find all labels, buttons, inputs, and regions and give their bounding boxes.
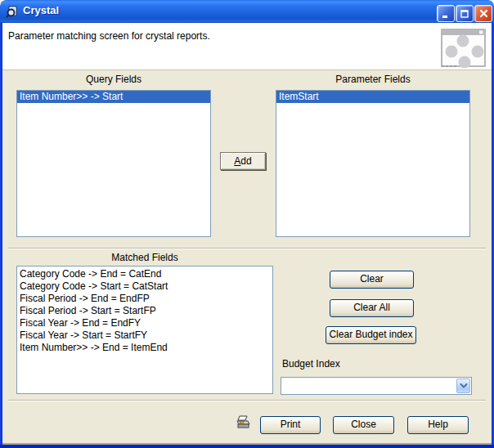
matched-fields-listbox[interactable]: Category Code -> End = CatEnd Category C… <box>16 266 273 394</box>
window-border-bottom <box>0 445 494 448</box>
list-item[interactable]: Category Code -> End = CatEnd <box>17 268 272 280</box>
print-button[interactable]: Print <box>260 416 321 434</box>
list-item[interactable]: ItemStart <box>276 91 469 103</box>
list-item[interactable]: Fiscal Period -> End = EndFP <box>17 293 272 305</box>
budget-index-label: Budget Index <box>282 358 340 370</box>
list-item[interactable]: Fiscal Year -> Start = StartFY <box>17 329 272 342</box>
query-fields-listbox[interactable]: Item Number>> -> Start <box>16 90 211 237</box>
titlebar[interactable]: Crystal <box>0 0 494 23</box>
add-button-label: Add <box>221 153 265 169</box>
list-item[interactable]: Fiscal Year -> End = EndFY <box>17 317 272 329</box>
budget-index-combobox[interactable] <box>281 377 472 395</box>
matched-fields-label: Matched Fields <box>16 252 273 263</box>
close-icon <box>478 8 489 19</box>
list-item[interactable]: Item Number>> -> Start <box>17 91 210 103</box>
crystal-report-icon <box>6 5 19 18</box>
window-title: Crystal <box>23 4 59 16</box>
list-item[interactable]: Item Number>> -> End = ItemEnd <box>17 342 272 354</box>
help-button[interactable]: Help <box>407 416 469 434</box>
chevron-down-icon <box>460 383 468 389</box>
crystal-dialog: Crystal Parameter matching screen for cr… <box>0 0 494 448</box>
maximize-icon <box>460 9 469 19</box>
separator-bottom <box>8 400 486 401</box>
parameter-fields-listbox[interactable]: ItemStart <box>276 90 470 237</box>
clear-budget-index-button[interactable]: Clear Budget index <box>326 326 416 344</box>
printer-icon[interactable] <box>235 414 251 431</box>
dialog-description: Parameter matching screen for crystal re… <box>8 30 210 42</box>
list-item[interactable]: Fiscal Period -> Start = StartFP <box>17 305 272 317</box>
clear-all-button[interactable]: Clear All <box>330 299 414 317</box>
combo-dropdown-button[interactable] <box>456 379 470 393</box>
add-button[interactable]: Add <box>220 152 266 170</box>
close-action-button[interactable]: Close <box>333 416 394 434</box>
parameter-fields-label: Parameter Fields <box>276 74 470 85</box>
query-fields-label: Query Fields <box>16 74 211 85</box>
minimize-icon <box>441 9 451 19</box>
window-bottom-edge <box>2 443 492 445</box>
separator-top <box>8 248 486 249</box>
clear-button[interactable]: Clear <box>330 271 414 289</box>
budget-index-input[interactable] <box>282 379 444 393</box>
maximize-button[interactable] <box>456 5 474 22</box>
list-item[interactable]: Category Code -> Start = CatStart <box>17 280 272 293</box>
close-button[interactable] <box>474 5 492 22</box>
minimize-button[interactable] <box>437 5 455 22</box>
window-diagram-icon <box>441 29 487 68</box>
